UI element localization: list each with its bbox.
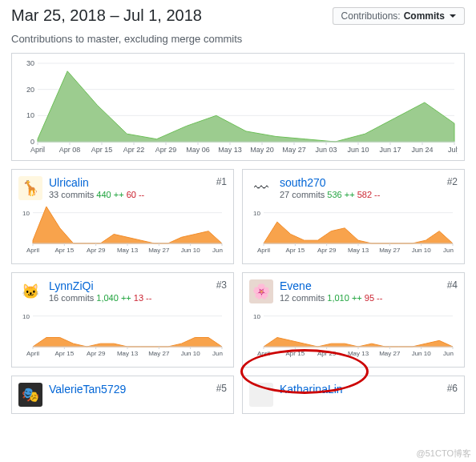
commit-stats: 12 commits 1,010 ++ 95 -- bbox=[280, 293, 382, 303]
avatar[interactable]: 🎭 bbox=[18, 383, 42, 407]
contributor-link[interactable]: Ulricalin bbox=[49, 176, 144, 189]
commit-stats: 16 commits 1,040 ++ 13 -- bbox=[49, 293, 151, 303]
svg-text:Jun 17: Jun 17 bbox=[379, 146, 401, 154]
svg-text:Jun 10: Jun 10 bbox=[412, 247, 432, 254]
contributor-card: #5🎭ValerieTan5729 bbox=[11, 376, 234, 414]
svg-text:Apr 15: Apr 15 bbox=[55, 350, 75, 357]
svg-text:20: 20 bbox=[26, 86, 34, 94]
svg-text:April: April bbox=[257, 247, 270, 254]
contributor-chart: 10AprilApr 15Apr 29May 13May 27Jun 10Jun… bbox=[18, 303, 224, 358]
contributor-card: #2〰south27027 commits 536 ++ 582 --10Apr… bbox=[242, 169, 465, 264]
rank-badge: #4 bbox=[447, 279, 458, 291]
svg-text:Jun 24: Jun 24 bbox=[212, 247, 224, 254]
svg-text:Apr 29: Apr 29 bbox=[87, 247, 106, 254]
rank-badge: #1 bbox=[216, 176, 227, 187]
contributor-link[interactable]: Evene bbox=[280, 279, 382, 292]
svg-text:April: April bbox=[257, 350, 270, 357]
svg-text:May 27: May 27 bbox=[379, 350, 401, 357]
svg-text:May 27: May 27 bbox=[379, 247, 401, 254]
svg-text:July: July bbox=[448, 146, 458, 154]
svg-text:May 13: May 13 bbox=[218, 146, 242, 154]
contributor-link[interactable]: south270 bbox=[280, 176, 380, 189]
chevron-down-icon bbox=[450, 14, 456, 18]
contributor-card: #3🐱LynnZiQi16 commits 1,040 ++ 13 --10Ap… bbox=[11, 272, 234, 368]
contributor-chart: 10AprilApr 15Apr 29May 13May 27Jun 10Jun… bbox=[249, 303, 454, 358]
svg-text:April: April bbox=[30, 146, 45, 154]
contributor-card: #1🦒Ulricalin33 commits 440 ++ 60 --10Apr… bbox=[11, 169, 234, 264]
svg-text:Jun 24: Jun 24 bbox=[212, 350, 224, 357]
svg-text:10: 10 bbox=[253, 313, 260, 320]
svg-text:May 27: May 27 bbox=[148, 350, 170, 357]
svg-text:Jun 03: Jun 03 bbox=[315, 146, 337, 154]
svg-text:April: April bbox=[26, 247, 39, 254]
rank-badge: #5 bbox=[216, 383, 227, 394]
svg-text:May 27: May 27 bbox=[282, 146, 306, 154]
svg-text:May 13: May 13 bbox=[117, 247, 139, 254]
contributor-chart: 10AprilApr 15Apr 29May 13May 27Jun 10Jun… bbox=[18, 200, 224, 255]
contributions-dropdown[interactable]: Contributions: Commits bbox=[333, 7, 465, 25]
rank-badge: #3 bbox=[216, 279, 227, 291]
svg-text:Apr 29: Apr 29 bbox=[155, 146, 177, 154]
main-commit-chart: 0102030AprilApr 08Apr 15Apr 22Apr 29May … bbox=[18, 60, 458, 156]
contributor-link[interactable]: LynnZiQi bbox=[49, 279, 151, 292]
svg-text:May 06: May 06 bbox=[186, 146, 210, 154]
svg-text:Jun 10: Jun 10 bbox=[181, 247, 201, 254]
watermark-text: @51CTO博客 bbox=[417, 448, 471, 460]
contributor-card: #6KatharinaLin bbox=[242, 376, 465, 414]
avatar[interactable]: 〰 bbox=[249, 176, 273, 200]
svg-text:May 13: May 13 bbox=[348, 247, 369, 254]
svg-text:Apr 15: Apr 15 bbox=[286, 247, 305, 254]
avatar[interactable]: 🐱 bbox=[18, 279, 42, 303]
commit-stats: 33 commits 440 ++ 60 -- bbox=[49, 190, 144, 199]
contributor-link[interactable]: ValerieTan5729 bbox=[49, 383, 126, 396]
date-range-title: Mar 25, 2018 – Jul 1, 2018 bbox=[11, 6, 202, 25]
contributor-card: #4🌸Evene12 commits 1,010 ++ 95 --10April… bbox=[242, 272, 465, 368]
contributor-chart: 10AprilApr 15Apr 29May 13May 27Jun 10Jun… bbox=[249, 200, 454, 255]
avatar[interactable] bbox=[249, 383, 273, 407]
svg-text:30: 30 bbox=[26, 60, 34, 67]
commit-stats: 27 commits 536 ++ 582 -- bbox=[280, 190, 380, 199]
dropdown-label: Contributions: bbox=[341, 10, 401, 22]
rank-badge: #6 bbox=[447, 383, 458, 394]
svg-text:10: 10 bbox=[253, 210, 260, 217]
svg-text:0: 0 bbox=[30, 138, 34, 146]
avatar[interactable]: 🦒 bbox=[18, 176, 42, 200]
svg-text:Jun 24: Jun 24 bbox=[443, 247, 454, 254]
svg-text:Apr 15: Apr 15 bbox=[55, 247, 75, 254]
svg-text:Apr 15: Apr 15 bbox=[286, 350, 305, 357]
svg-text:Jun 10: Jun 10 bbox=[347, 146, 369, 154]
svg-text:Apr 15: Apr 15 bbox=[91, 146, 113, 154]
svg-text:Jun 10: Jun 10 bbox=[412, 350, 432, 357]
avatar[interactable]: 🌸 bbox=[249, 279, 273, 303]
dropdown-value: Commits bbox=[404, 10, 445, 22]
svg-text:Jun 24: Jun 24 bbox=[443, 350, 454, 357]
subtitle-text: Contributions to master, excluding merge… bbox=[11, 33, 465, 45]
svg-text:Jun 24: Jun 24 bbox=[411, 146, 433, 154]
svg-text:April: April bbox=[26, 350, 39, 357]
svg-text:Apr 29: Apr 29 bbox=[317, 350, 337, 357]
svg-text:Apr 08: Apr 08 bbox=[59, 146, 81, 154]
svg-text:Jun 10: Jun 10 bbox=[181, 350, 201, 357]
svg-text:May 13: May 13 bbox=[348, 350, 369, 357]
svg-text:10: 10 bbox=[22, 313, 30, 320]
contributor-link[interactable]: KatharinaLin bbox=[280, 383, 343, 396]
svg-text:May 20: May 20 bbox=[250, 146, 274, 154]
main-chart-panel: 0102030AprilApr 08Apr 15Apr 22Apr 29May … bbox=[11, 53, 465, 161]
svg-text:Apr 22: Apr 22 bbox=[123, 146, 145, 154]
svg-text:May 27: May 27 bbox=[148, 247, 170, 254]
svg-text:Apr 29: Apr 29 bbox=[317, 247, 337, 254]
svg-text:10: 10 bbox=[26, 111, 34, 119]
rank-badge: #2 bbox=[447, 176, 458, 187]
svg-text:May 13: May 13 bbox=[117, 350, 139, 357]
svg-text:10: 10 bbox=[22, 210, 30, 217]
svg-text:Apr 29: Apr 29 bbox=[87, 350, 106, 357]
